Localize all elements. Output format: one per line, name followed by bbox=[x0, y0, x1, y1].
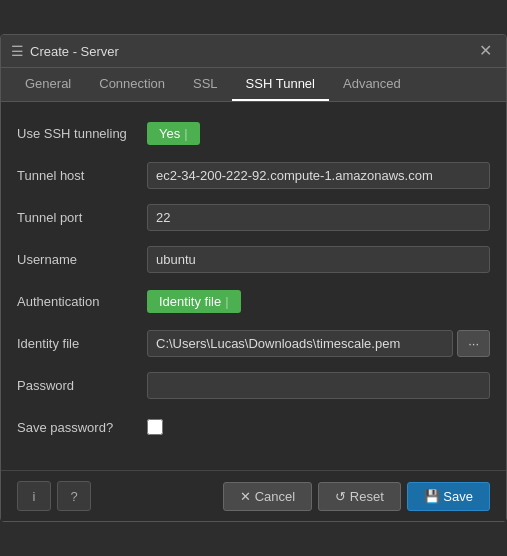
identity-file-input[interactable] bbox=[147, 330, 453, 357]
authentication-label: Authentication bbox=[17, 294, 147, 309]
cancel-button[interactable]: ✕ Cancel bbox=[223, 482, 312, 511]
password-input[interactable] bbox=[147, 372, 490, 399]
tab-connection[interactable]: Connection bbox=[85, 68, 179, 101]
footer-left: i ? bbox=[17, 481, 91, 511]
username-label: Username bbox=[17, 252, 147, 267]
identity-file-label: Identity file bbox=[17, 336, 147, 351]
save-password-control bbox=[147, 419, 490, 435]
save-password-checkbox[interactable] bbox=[147, 419, 163, 435]
identity-file-control: ··· bbox=[147, 330, 490, 357]
use-ssh-label: Use SSH tunneling bbox=[17, 126, 147, 141]
use-ssh-row: Use SSH tunneling Yes bbox=[17, 118, 490, 148]
tunnel-host-row: Tunnel host bbox=[17, 160, 490, 190]
tab-general[interactable]: General bbox=[11, 68, 85, 101]
footer: i ? ✕ Cancel ↺ Reset 💾 Save bbox=[1, 470, 506, 521]
authentication-row: Authentication Identity file bbox=[17, 286, 490, 316]
password-label: Password bbox=[17, 378, 147, 393]
use-ssh-control: Yes bbox=[147, 122, 490, 145]
tab-ssh-tunnel[interactable]: SSH Tunnel bbox=[232, 68, 329, 101]
footer-right: ✕ Cancel ↺ Reset 💾 Save bbox=[223, 482, 490, 511]
save-password-row: Save password? bbox=[17, 412, 490, 442]
tunnel-port-input[interactable] bbox=[147, 204, 490, 231]
tunnel-port-label: Tunnel port bbox=[17, 210, 147, 225]
help-button[interactable]: ? bbox=[57, 481, 91, 511]
titlebar-left: ☰ Create - Server bbox=[11, 43, 119, 59]
tunnel-host-label: Tunnel host bbox=[17, 168, 147, 183]
titlebar-icon: ☰ bbox=[11, 43, 24, 59]
authentication-control: Identity file bbox=[147, 290, 490, 313]
username-input[interactable] bbox=[147, 246, 490, 273]
authentication-toggle[interactable]: Identity file bbox=[147, 290, 241, 313]
tunnel-host-control bbox=[147, 162, 490, 189]
tab-bar: General Connection SSL SSH Tunnel Advanc… bbox=[1, 68, 506, 102]
reset-button[interactable]: ↺ Reset bbox=[318, 482, 401, 511]
close-button[interactable]: ✕ bbox=[475, 43, 496, 59]
form-content: Use SSH tunneling Yes Tunnel host Tunnel… bbox=[1, 102, 506, 470]
use-ssh-toggle[interactable]: Yes bbox=[147, 122, 200, 145]
info-button[interactable]: i bbox=[17, 481, 51, 511]
tunnel-port-control bbox=[147, 204, 490, 231]
create-server-dialog: ☰ Create - Server ✕ General Connection S… bbox=[0, 34, 507, 522]
username-control bbox=[147, 246, 490, 273]
password-row: Password bbox=[17, 370, 490, 400]
password-control bbox=[147, 372, 490, 399]
tab-advanced[interactable]: Advanced bbox=[329, 68, 415, 101]
username-row: Username bbox=[17, 244, 490, 274]
save-button[interactable]: 💾 Save bbox=[407, 482, 490, 511]
dialog-title: Create - Server bbox=[30, 44, 119, 59]
identity-file-row: Identity file ··· bbox=[17, 328, 490, 358]
save-password-label: Save password? bbox=[17, 420, 147, 435]
tunnel-host-input[interactable] bbox=[147, 162, 490, 189]
tab-ssl[interactable]: SSL bbox=[179, 68, 232, 101]
tunnel-port-row: Tunnel port bbox=[17, 202, 490, 232]
browse-button[interactable]: ··· bbox=[457, 330, 490, 357]
titlebar: ☰ Create - Server ✕ bbox=[1, 35, 506, 68]
